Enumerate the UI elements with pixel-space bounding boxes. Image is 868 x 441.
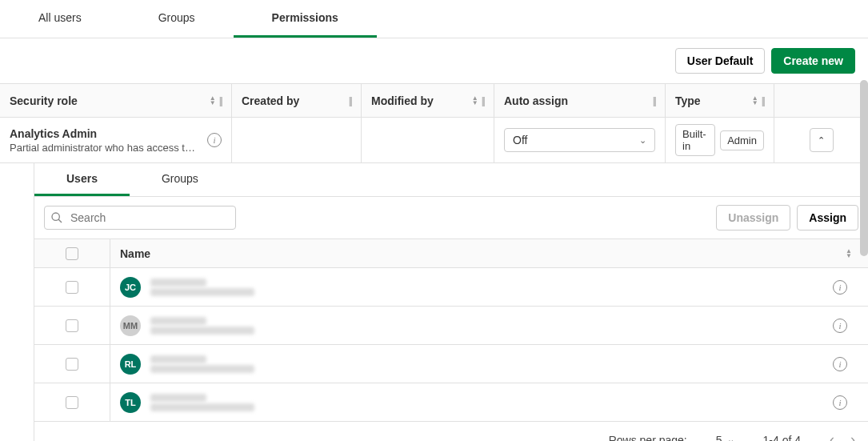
col-actions — [774, 84, 868, 117]
row-checkbox[interactable] — [66, 281, 78, 294]
auto-assign-value: Off — [513, 134, 527, 146]
role-modified-by-cell — [362, 118, 494, 162]
tab-permissions[interactable]: Permissions — [234, 0, 377, 38]
chevron-down-icon: ⌄ — [639, 135, 646, 146]
user-name-blurred — [150, 394, 206, 402]
table-row[interactable]: MMi — [34, 307, 868, 345]
header-checkbox-cell — [34, 239, 110, 267]
users-table-header: Name ▲▼ — [34, 239, 868, 268]
sub-panel: Users Groups Unassign Assign Name ▲▼ JCi… — [34, 163, 868, 441]
type-chip-admin: Admin — [720, 130, 764, 150]
col-auto-assign-label: Auto assign — [504, 94, 568, 107]
drag-handle-icon[interactable]: || — [349, 94, 351, 106]
top-tabs: All users Groups Permissions — [0, 0, 868, 38]
avatar: RL — [120, 354, 141, 375]
user-email-blurred — [150, 403, 254, 411]
svg-line-1 — [58, 219, 62, 223]
column-headers: Security role ▲▼ || Created by || Modifi… — [0, 84, 868, 118]
sort-icon: ▲▼ — [472, 96, 478, 106]
row-checkbox[interactable] — [66, 319, 78, 332]
drag-handle-icon[interactable]: || — [482, 94, 484, 106]
role-auto-assign-cell: Off ⌄ — [494, 118, 666, 162]
scrollbar[interactable] — [860, 80, 868, 256]
row-checkbox[interactable] — [66, 358, 78, 371]
table-row[interactable]: JCi — [34, 268, 868, 307]
col-security-role[interactable]: Security role ▲▼ || — [0, 84, 232, 117]
row-name-cell: TLi — [110, 392, 868, 413]
role-name: Analytics Admin — [10, 127, 195, 140]
collapse-button[interactable]: ⌃ — [810, 128, 834, 152]
sub-tab-users[interactable]: Users — [34, 163, 130, 196]
col-created-by[interactable]: Created by || — [232, 84, 362, 117]
next-page-button[interactable]: › — [850, 431, 855, 441]
create-new-button[interactable]: Create new — [771, 48, 855, 74]
row-checkbox-cell — [34, 268, 110, 306]
select-all-checkbox[interactable] — [66, 247, 78, 260]
col-created-by-label: Created by — [242, 94, 299, 107]
col-security-role-label: Security role — [10, 94, 78, 107]
col-modified-by[interactable]: Modified by ▲▼ || — [362, 84, 494, 117]
pagination-range: 1-4 of 4 — [763, 434, 801, 442]
user-text — [150, 355, 254, 373]
header-name-label: Name — [120, 247, 150, 260]
row-name-cell: RLi — [110, 354, 868, 375]
sub-tabs: Users Groups — [34, 163, 868, 197]
sub-toolbar: Unassign Assign — [34, 197, 868, 239]
rows-per-page-label: Rows per page: — [609, 434, 687, 442]
sort-icon: ▲▼ — [752, 96, 758, 106]
user-name-blurred — [150, 355, 206, 363]
role-created-by-cell — [232, 118, 362, 162]
user-email-blurred — [150, 365, 254, 373]
header-name-cell[interactable]: Name ▲▼ — [110, 247, 868, 260]
chevron-up-icon: ⌃ — [818, 135, 825, 146]
row-checkbox-cell — [34, 307, 110, 344]
col-type[interactable]: Type ▲▼ || — [666, 84, 774, 117]
row-name-cell: JCi — [110, 277, 868, 298]
user-email-blurred — [150, 327, 254, 335]
col-modified-by-label: Modified by — [371, 94, 434, 107]
info-icon[interactable]: i — [207, 133, 222, 147]
info-icon[interactable]: i — [833, 357, 847, 371]
table-row[interactable]: TLi — [34, 383, 868, 422]
row-checkbox-cell — [34, 383, 110, 421]
user-email-blurred — [150, 288, 254, 296]
avatar: MM — [120, 315, 141, 336]
rows-per-page-select[interactable]: 5 ⌄ — [716, 434, 734, 442]
info-icon[interactable]: i — [833, 280, 847, 295]
tab-groups[interactable]: Groups — [120, 0, 234, 38]
auto-assign-select[interactable]: Off ⌄ — [504, 128, 655, 152]
col-auto-assign[interactable]: Auto assign || — [494, 84, 666, 117]
role-row: Analytics Admin Partial administrator wh… — [0, 118, 868, 163]
drag-handle-icon[interactable]: || — [653, 94, 655, 106]
sub-tab-groups[interactable]: Groups — [130, 163, 230, 196]
table-row[interactable]: RLi — [34, 345, 868, 383]
row-checkbox[interactable] — [66, 396, 78, 409]
pagination-nav: ‹ › — [830, 431, 855, 441]
search-wrapper — [44, 206, 236, 230]
tab-all-users[interactable]: All users — [0, 0, 120, 38]
row-checkbox-cell — [34, 345, 110, 383]
assign-button[interactable]: Assign — [797, 205, 858, 231]
row-name-cell: MMi — [110, 315, 868, 336]
action-bar: User Default Create new — [0, 38, 868, 84]
info-icon[interactable]: i — [833, 395, 847, 410]
col-type-label: Type — [675, 94, 701, 107]
drag-handle-icon[interactable]: || — [219, 94, 222, 106]
user-text — [150, 317, 254, 335]
sort-icon: ▲▼ — [210, 96, 216, 106]
avatar: JC — [120, 277, 141, 298]
user-text — [150, 279, 254, 296]
svg-point-0 — [52, 213, 59, 220]
info-icon[interactable]: i — [833, 319, 847, 333]
chevron-down-icon: ⌄ — [727, 435, 734, 441]
search-input[interactable] — [44, 206, 236, 230]
unassign-button[interactable]: Unassign — [716, 205, 790, 231]
user-default-button[interactable]: User Default — [675, 48, 765, 74]
prev-page-button[interactable]: ‹ — [830, 431, 834, 441]
user-text — [150, 394, 254, 411]
role-type-cell: Built-in Admin — [666, 118, 774, 162]
user-name-blurred — [150, 317, 206, 325]
role-collapse-cell: ⌃ — [774, 118, 868, 162]
drag-handle-icon[interactable]: || — [762, 94, 764, 106]
pagination: Rows per page: 5 ⌄ 1-4 of 4 ‹ › — [34, 422, 868, 441]
